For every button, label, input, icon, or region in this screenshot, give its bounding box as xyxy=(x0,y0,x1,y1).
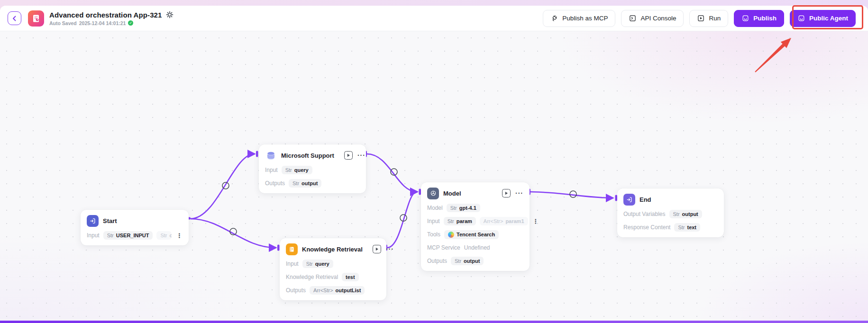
variable-pill: Arr<Str>param1 xyxy=(480,217,528,225)
public-agent-icon xyxy=(797,14,805,22)
variable-pill: Strconvers xyxy=(156,231,172,240)
row-label: Outputs xyxy=(427,258,447,264)
node-row: OutputsStroutput xyxy=(427,256,523,266)
node-row: OutputsStroutput xyxy=(265,179,360,188)
node-row: Response ContentStrtext xyxy=(623,223,718,232)
top-toolbar: Advanced orchestration App-321 Auto Save… xyxy=(0,6,868,31)
node-knowledge-retrieval[interactable]: Knowledge Retrieval ··· InputStrqueryKno… xyxy=(280,238,386,300)
node-row: ModelStrgpt-4.1 xyxy=(427,203,523,213)
orchestration-workspace: Advanced orchestration App-321 Auto Save… xyxy=(0,6,868,323)
node-row: ToolsTencent Search xyxy=(427,230,523,239)
node-more-button[interactable]: ··· xyxy=(386,247,394,251)
variable-pill: Strgpt-4.1 xyxy=(447,204,480,212)
workflow-canvas[interactable] xyxy=(0,31,868,321)
row-label: Input xyxy=(427,218,440,224)
variable-pill: Stroutput xyxy=(289,179,321,188)
api-console-label: API Console xyxy=(640,15,676,22)
row-label: Model xyxy=(427,205,443,211)
node-row: InputStrUSER_INPUTStrconvers⋮ xyxy=(87,231,183,240)
row-label: Outputs xyxy=(286,287,306,294)
row-label: MCP Service xyxy=(427,244,460,251)
run-button[interactable]: Run xyxy=(689,10,728,27)
document-pen-icon xyxy=(31,14,41,23)
saved-check-icon: ✓ xyxy=(128,20,133,26)
node-title: End xyxy=(640,196,718,203)
node-title: Model xyxy=(443,190,492,197)
run-play-icon xyxy=(697,14,705,22)
node-microsoft-support[interactable]: Microsoft Support ··· InputStrqueryOutpu… xyxy=(259,144,366,193)
node-run-button[interactable] xyxy=(373,245,381,253)
variable-pill: test xyxy=(342,273,359,281)
gear-icon[interactable] xyxy=(166,11,174,18)
app-window: Advanced orchestration App-321 Auto Save… xyxy=(0,0,868,323)
row-overflow-button[interactable]: ⋮ xyxy=(533,218,539,225)
variable-pill: Arr<Str>outputList xyxy=(310,286,365,295)
public-agent-button[interactable]: Public Agent xyxy=(790,10,856,27)
node-title: Knowledge Retrieval xyxy=(302,246,363,253)
tencent-search-icon xyxy=(448,232,454,238)
variable-pill: Strtext xyxy=(674,223,700,232)
app-icon xyxy=(28,10,44,27)
page-title: Advanced orchestration App-321 xyxy=(49,11,162,19)
autosave-label: Auto Saved xyxy=(49,20,77,26)
node-row: InputStrparamArr<Str>param1⋮ xyxy=(427,216,523,226)
row-label: Tools xyxy=(427,231,440,238)
node-row: InputStrquery xyxy=(286,259,380,269)
book-icon xyxy=(286,243,298,255)
variable-pill: Stroutput xyxy=(669,210,702,218)
autosave-timestamp: 2025-12-04 14:01:21 xyxy=(79,20,126,26)
publish-button[interactable]: Publish xyxy=(734,10,784,27)
row-label: Knowledge Retrieval xyxy=(286,274,338,280)
public-agent-label: Public Agent xyxy=(809,15,848,22)
node-start[interactable]: Start InputStrUSER_INPUTStrconvers⋮ xyxy=(81,210,189,245)
run-label: Run xyxy=(709,15,721,22)
window-bottom-accent xyxy=(0,321,868,323)
row-value-text: Undefined xyxy=(464,244,490,251)
row-label: Outputs xyxy=(265,180,285,187)
api-console-button[interactable]: API Console xyxy=(621,10,684,27)
row-label: Input xyxy=(265,167,278,173)
plug-icon xyxy=(550,14,558,22)
publish-label: Publish xyxy=(753,15,777,22)
publish-icon xyxy=(741,14,749,22)
variable-pill: Stroutput xyxy=(451,257,484,265)
node-run-button[interactable] xyxy=(502,189,511,197)
node-more-button[interactable]: ··· xyxy=(357,153,365,158)
row-overflow-button[interactable]: ⋮ xyxy=(176,232,183,239)
row-label: Input xyxy=(87,232,100,239)
node-title: Microsoft Support xyxy=(281,152,334,159)
publish-as-mcp-button[interactable]: Publish as MCP xyxy=(543,10,615,27)
chevron-left-icon xyxy=(12,16,18,21)
terminal-icon xyxy=(629,14,637,22)
node-row: Knowledge Retrievaltest xyxy=(286,272,380,282)
row-label: Output Variables xyxy=(623,211,666,217)
start-icon xyxy=(87,215,99,227)
row-label: Response Content xyxy=(623,224,670,231)
node-more-button[interactable]: ··· xyxy=(515,191,523,196)
end-icon xyxy=(623,194,635,206)
node-row: MCP ServiceUndefined xyxy=(427,243,523,252)
node-row: Output VariablesStroutput xyxy=(623,209,718,219)
node-row: OutputsArr<Str>outputList xyxy=(286,286,380,295)
back-button[interactable] xyxy=(8,11,21,25)
model-icon xyxy=(427,188,439,199)
autosave-status: Auto Saved 2025-12-04 14:01:21 ✓ xyxy=(49,20,174,26)
variable-pill: StrUSER_INPUT xyxy=(103,231,153,240)
node-row: InputStrquery xyxy=(265,165,360,175)
node-run-button[interactable] xyxy=(344,151,353,160)
variable-pill: Tencent Search xyxy=(444,230,499,239)
variable-pill: Strquery xyxy=(282,166,312,174)
node-end[interactable]: End Output VariablesStroutputResponse Co… xyxy=(617,188,724,237)
publish-as-mcp-label: Publish as MCP xyxy=(562,15,608,22)
variable-pill: Strparam xyxy=(444,217,476,225)
variable-pill: Strquery xyxy=(302,260,333,268)
node-model[interactable]: Model ··· ModelStrgpt-4.1InputStrparamAr… xyxy=(421,182,530,271)
database-icon xyxy=(265,150,277,162)
node-title: Start xyxy=(103,217,183,224)
row-label: Input xyxy=(286,260,299,267)
